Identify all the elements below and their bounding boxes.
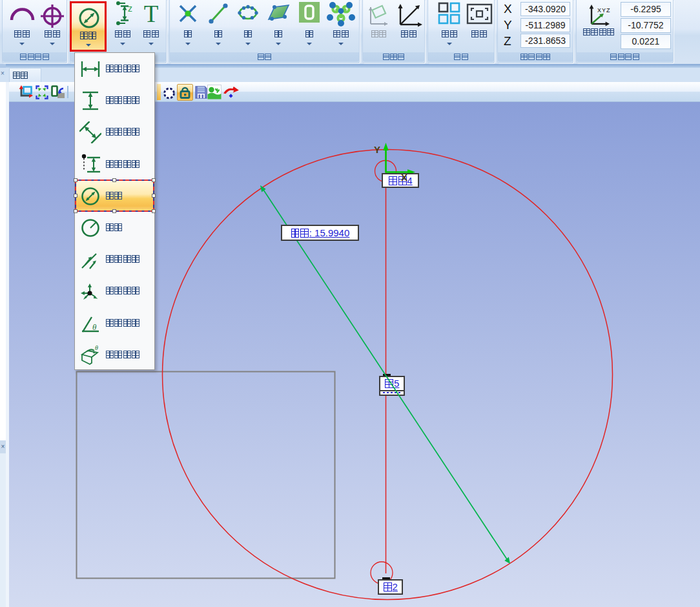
svg-text:θ: θ bbox=[92, 322, 97, 332]
svg-text:θ: θ bbox=[95, 344, 98, 351]
